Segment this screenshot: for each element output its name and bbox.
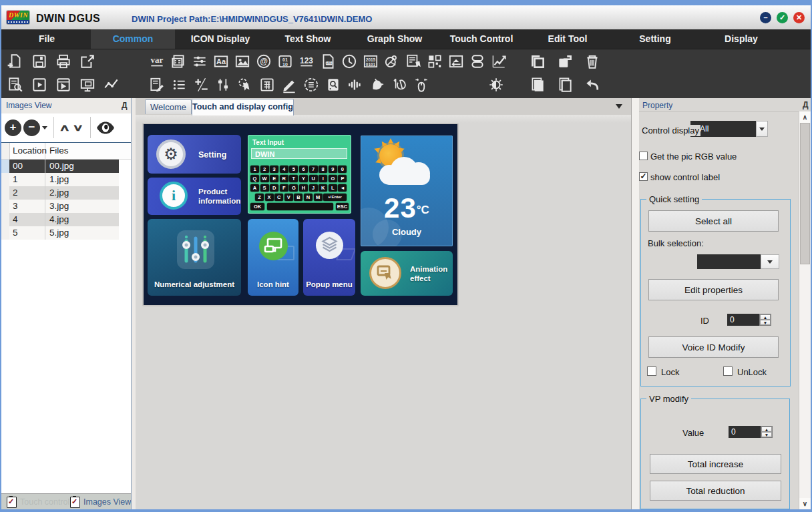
scrollbar-thumb[interactable] <box>800 123 810 264</box>
key-E[interactable]: E <box>270 175 278 182</box>
minimize-button[interactable]: – <box>760 12 771 23</box>
toolbar-icon-touch-gesture[interactable] <box>235 75 255 95</box>
bulk-selection-dropdown-icon[interactable] <box>761 254 779 269</box>
menu-item-display[interactable]: Display <box>713 29 769 49</box>
menu-item-common[interactable]: Common <box>91 29 175 49</box>
remove-image-button[interactable]: − <box>23 119 40 136</box>
toolbar-icon-qr-code[interactable] <box>425 51 445 71</box>
tab-touch-and-display-config[interactable]: Touch and display config <box>192 99 294 115</box>
voice-id-modify-button[interactable]: Voice ID Modify <box>648 336 779 358</box>
move-up-icon[interactable]: ∧ <box>59 123 70 132</box>
toolbar-icon-undo[interactable] <box>582 75 602 95</box>
checkbox-get-pic-rgb[interactable] <box>639 152 648 160</box>
toolbar-icon-person-nav[interactable] <box>382 51 402 71</box>
toolbar-icon-sliders[interactable] <box>190 51 210 71</box>
toolbar-icon-pencil[interactable] <box>279 75 299 95</box>
id-spinner[interactable]: ▲▼ <box>759 314 771 326</box>
toolbar-icon-copy[interactable] <box>528 51 548 71</box>
toolbar-icon-date-box[interactable] <box>275 51 295 71</box>
toolbar-icon-clock[interactable] <box>339 51 359 71</box>
menu-item-graph-show[interactable]: Graph Show <box>355 29 434 49</box>
key-K[interactable]: K <box>319 184 327 192</box>
key-S[interactable]: S <box>260 184 269 192</box>
toolbar-icon-chip-search[interactable] <box>323 75 343 95</box>
table-row-1[interactable]: 11.jpg <box>1 173 131 186</box>
toolbar-icon-film[interactable] <box>168 51 188 71</box>
toolbar-icon-doc-unit[interactable] <box>318 51 338 71</box>
page-canvas[interactable]: ⚙ Setting i Product information <box>136 115 631 509</box>
key-T[interactable]: T <box>289 175 298 182</box>
key-5[interactable]: 5 <box>289 166 298 173</box>
value-spinner[interactable]: ▲▼ <box>761 426 773 438</box>
key-I[interactable]: I <box>319 175 327 182</box>
key-9[interactable]: 9 <box>329 166 337 173</box>
table-row-00[interactable]: 0000.jpg <box>1 160 131 173</box>
select-all-button[interactable]: Select all <box>648 210 779 232</box>
key-6[interactable]: 6 <box>299 166 308 173</box>
toolbar-icon-memo[interactable] <box>301 75 321 95</box>
checkbox-lock[interactable] <box>647 366 656 376</box>
toolbar-icon-equalizer[interactable] <box>345 75 365 95</box>
tab-welcome[interactable]: Welcome <box>145 99 192 114</box>
tile-numerical-adjustment[interactable]: Numerical adjustment <box>148 219 241 296</box>
table-row-5[interactable]: 55.jpg <box>1 226 131 240</box>
toolbar-icon-form-touch[interactable] <box>403 51 423 71</box>
keyboard-input-value[interactable]: DWIN <box>251 148 347 159</box>
key-esc[interactable]: ESC <box>336 203 349 210</box>
tile-product-information[interactable]: i Product information <box>148 178 241 215</box>
key-M[interactable]: M <box>314 194 323 201</box>
tile-weather[interactable]: 23°C Cloudy <box>361 136 453 246</box>
key-G[interactable]: G <box>289 184 298 192</box>
table-row-2[interactable]: 22.jpg <box>1 186 131 200</box>
toolbar-icon-new-file[interactable] <box>5 51 25 71</box>
key-H[interactable]: H <box>299 184 308 192</box>
key-V[interactable]: V <box>284 194 293 201</box>
toolbar-icon-play[interactable] <box>29 75 49 95</box>
toolbar-icon-list[interactable] <box>169 75 189 95</box>
table-row-3[interactable]: 33.jpg <box>1 200 131 213</box>
key-P[interactable]: P <box>338 175 347 182</box>
toolbar-icon-pic-transfer[interactable] <box>446 51 466 71</box>
maximize-button[interactable]: ✓ <box>777 12 788 23</box>
scroll-down-icon[interactable]: ∨ <box>799 498 811 509</box>
pin-icon[interactable]: Д <box>122 101 128 110</box>
menu-item-icon-display[interactable]: ICON Display <box>178 29 263 49</box>
property-scrollbar[interactable]: ∧ ∨ <box>799 111 811 509</box>
menu-item-file[interactable]: File <box>33 29 60 49</box>
total-reduction-button[interactable]: Total reduction <box>650 481 781 501</box>
key-L[interactable]: L <box>329 184 337 192</box>
toolbar-icon-paste[interactable] <box>555 51 575 71</box>
remove-dropdown-icon[interactable] <box>42 126 47 132</box>
scroll-up-icon[interactable]: ∧ <box>799 111 811 123</box>
checkbox-unlock[interactable] <box>723 366 733 376</box>
toolbar-icon-sliders-vertical[interactable] <box>213 75 233 95</box>
checkbox-show-control-label[interactable]: ✓ <box>639 172 648 181</box>
control-display-dropdown-icon[interactable] <box>756 121 768 137</box>
key-F[interactable]: F <box>280 184 288 192</box>
key-7[interactable]: 7 <box>309 166 318 173</box>
key-B[interactable]: B <box>294 194 302 201</box>
toolbar-icon-plus-minus[interactable] <box>191 75 211 95</box>
column-header-location[interactable]: Location <box>9 143 45 159</box>
add-image-button[interactable]: + <box>5 119 21 136</box>
toolbar-icon-brightness[interactable] <box>486 75 506 95</box>
menu-item-setting[interactable]: Setting <box>629 29 681 49</box>
key-3[interactable]: 3 <box>270 166 278 173</box>
toolbar-icon-play-all[interactable] <box>53 75 73 95</box>
move-down-icon[interactable]: ∨ <box>72 123 83 132</box>
key-4[interactable]: 4 <box>280 166 288 173</box>
toolbar-icon-print[interactable] <box>53 51 73 71</box>
toolbar-icon-text-box[interactable] <box>211 51 231 71</box>
key-8[interactable]: 8 <box>319 166 327 173</box>
table-row-4[interactable]: 44.jpg <box>1 213 131 226</box>
hmi-screen-preview[interactable]: ⚙ Setting i Product information <box>142 123 459 306</box>
toolbar-icon-chart[interactable] <box>489 51 509 71</box>
close-button[interactable]: ✕ <box>793 12 805 23</box>
total-increase-button[interactable]: Total increase <box>650 454 781 474</box>
tile-setting[interactable]: ⚙ Setting <box>148 135 241 174</box>
toolbar-icon-reel[interactable] <box>467 51 487 71</box>
menu-item-touch-control[interactable]: Touch Control <box>437 29 526 49</box>
key-backspace[interactable]: ◄ <box>338 184 347 192</box>
key-N[interactable]: N <box>304 194 313 201</box>
tile-text-input-keyboard[interactable]: Text Input DWIN 1234567890QWERTYUIOPASDF… <box>248 135 351 214</box>
